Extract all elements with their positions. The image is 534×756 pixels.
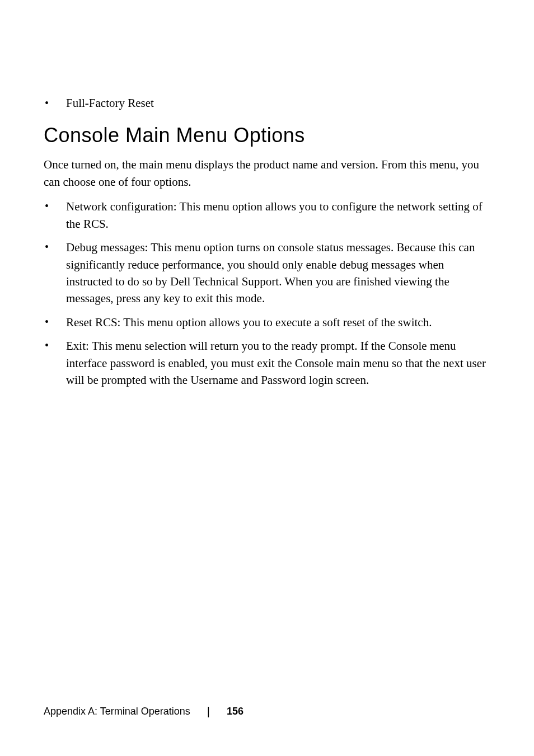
page-number: 156 xyxy=(227,706,243,717)
bullet-dot-icon: • xyxy=(44,337,66,388)
top-bullet-text: Full-Factory Reset xyxy=(66,95,490,111)
options-list: • Network configuration: This menu optio… xyxy=(44,198,490,388)
list-item: • Reset RCS: This menu option allows you… xyxy=(44,314,490,331)
intro-paragraph: Once turned on, the main menu displays t… xyxy=(44,156,490,190)
bullet-dot-icon: • xyxy=(44,314,66,331)
list-item-text: Reset RCS: This menu option allows you t… xyxy=(66,314,490,331)
bullet-dot-icon: • xyxy=(44,239,66,307)
list-item: • Debug messages: This menu option turns… xyxy=(44,239,490,307)
list-item: • Network configuration: This menu optio… xyxy=(44,198,490,232)
top-bullet-item: • Full-Factory Reset xyxy=(44,95,490,111)
bullet-dot-icon: • xyxy=(44,198,66,232)
footer-separator-icon: | xyxy=(207,705,210,718)
list-item-text: Debug messages: This menu option turns o… xyxy=(66,239,490,307)
footer-section-label: Appendix A: Terminal Operations xyxy=(44,706,190,717)
page-footer: Appendix A: Terminal Operations | 156 xyxy=(44,705,243,718)
list-item-text: Network configuration: This menu option … xyxy=(66,198,490,232)
section-heading: Console Main Menu Options xyxy=(44,124,490,147)
list-item-text: Exit: This menu selection will return yo… xyxy=(66,337,490,388)
list-item: • Exit: This menu selection will return … xyxy=(44,337,490,388)
bullet-dot-icon: • xyxy=(44,95,66,111)
